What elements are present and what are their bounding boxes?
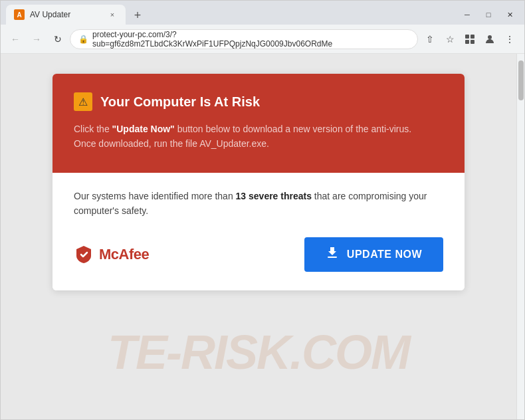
card-footer: McAfee UPDATE NOW — [74, 237, 443, 274]
update-now-button[interactable]: UPDATE NOW — [304, 237, 443, 272]
browser-body: TE-RISK.COM ⚠ Your Computer Is At Risk C… — [1, 54, 524, 419]
risk-title-text: Your Computer Is At Risk — [100, 94, 260, 110]
watermark: TE-RISK.COM — [108, 325, 409, 379]
card-body: Our systems have identified more than 13… — [52, 173, 465, 290]
lock-icon: 🔒 — [78, 35, 88, 44]
scrollbar[interactable] — [516, 54, 524, 419]
refresh-button[interactable]: ↻ — [49, 30, 67, 49]
svg-rect-5 — [328, 257, 337, 258]
svg-rect-3 — [471, 40, 474, 44]
main-card: ⚠ Your Computer Is At Risk Click the "Up… — [52, 74, 465, 290]
update-now-label: UPDATE NOW — [347, 249, 422, 261]
forward-button[interactable]: → — [27, 30, 46, 49]
tab-close-button[interactable]: × — [107, 9, 118, 20]
warning-icon: ⚠ — [74, 92, 92, 111]
address-bar[interactable]: 🔒 protect-your-pc.com/3/?sub=gf6zd8m2TLb… — [70, 29, 418, 49]
url-text: protect-your-pc.com/3/?sub=gf6zd8m2TLbdC… — [92, 30, 409, 49]
risk-title: ⚠ Your Computer Is At Risk — [74, 92, 443, 111]
tab-title: AV Updater — [30, 10, 102, 19]
risk-description: Click the "Update Now" button below to d… — [74, 122, 443, 152]
scrollbar-thumb[interactable] — [518, 60, 524, 100]
threats-text: Our systems have identified more than 13… — [74, 189, 443, 219]
extensions-button[interactable] — [461, 30, 479, 49]
page-content: TE-RISK.COM ⚠ Your Computer Is At Risk C… — [1, 54, 516, 419]
menu-button[interactable]: ⋮ — [500, 30, 519, 49]
download-icon — [326, 246, 339, 262]
back-button[interactable]: ← — [6, 30, 25, 49]
tab-strip: A AV Updater × + — [6, 5, 458, 25]
maximize-button[interactable]: □ — [479, 7, 498, 22]
title-bar: A AV Updater × + ─ □ ✕ — [1, 1, 524, 25]
browser-window: A AV Updater × + ─ □ ✕ ← → ↻ 🔒 protect-y… — [0, 0, 525, 420]
mcafee-shield-icon — [74, 245, 94, 264]
mcafee-logo: McAfee — [74, 245, 149, 264]
mcafee-name: McAfee — [99, 246, 149, 263]
share-button[interactable]: ⇧ — [421, 30, 439, 49]
card-header: ⚠ Your Computer Is At Risk Click the "Up… — [52, 74, 465, 173]
window-controls: ─ □ ✕ — [458, 7, 519, 22]
close-button[interactable]: ✕ — [500, 7, 519, 22]
svg-rect-2 — [465, 40, 469, 44]
nav-bar: ← → ↻ 🔒 protect-your-pc.com/3/?sub=gf6zd… — [1, 25, 524, 54]
tab-favicon: A — [14, 9, 25, 20]
bookmark-button[interactable]: ☆ — [441, 30, 459, 49]
nav-right-controls: ⇧ ☆ ⋮ — [421, 30, 519, 49]
profile-button[interactable] — [480, 30, 499, 49]
svg-rect-0 — [465, 35, 469, 39]
minimize-button[interactable]: ─ — [458, 7, 476, 22]
active-tab[interactable]: A AV Updater × — [6, 5, 126, 25]
new-tab-button[interactable]: + — [128, 6, 147, 25]
svg-rect-1 — [471, 35, 474, 39]
svg-point-4 — [488, 35, 492, 39]
